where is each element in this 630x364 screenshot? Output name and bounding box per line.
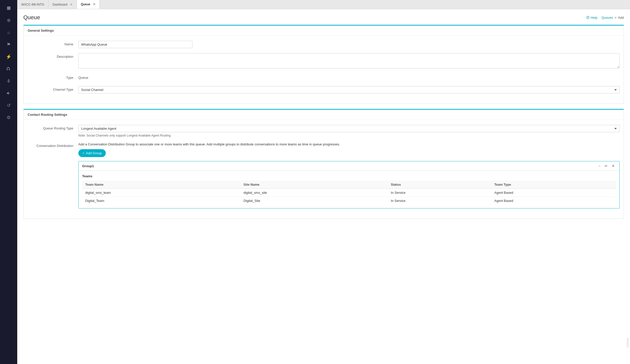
tab-queue-close[interactable]: ✕: [93, 3, 95, 6]
routing-type-row: Queue Routing Type Longest Available Age…: [28, 125, 620, 137]
main-area: WXCC-IMI-INTG Dashboard ✕ Queue ✕ Queue …: [17, 0, 630, 364]
teams-table: Team Name Site Name Status Team Type dig…: [82, 181, 616, 205]
tab-bar: WXCC-IMI-INTG Dashboard ✕ Queue ✕: [17, 0, 630, 9]
volume-icon[interactable]: [3, 88, 14, 99]
table-row: digital_sms_teamdigital_sms_siteIn Servi…: [82, 189, 616, 197]
description-input[interactable]: [78, 53, 620, 68]
tab-wxcc[interactable]: WXCC-IMI-INTG: [17, 0, 48, 9]
conversation-distribution-label: Conversation Distribution: [28, 142, 78, 148]
teams-table-header-row: Team Name Site Name Status Team Type: [82, 181, 616, 189]
group1-edit-button[interactable]: ✏: [604, 163, 609, 168]
table-row: Digital_TeamDigital_SiteIn ServiceAgent …: [82, 197, 616, 205]
team-type-cell: Agent Based: [491, 197, 616, 205]
conversation-distribution-content: Add a Conversation Distribution Group to…: [78, 142, 620, 208]
description-field-container: [78, 53, 620, 69]
col-team-name: Team Name: [82, 181, 240, 189]
group1-box: Group1 − ✏ ✕ Teams: [78, 161, 620, 208]
help-link[interactable]: Help: [586, 16, 598, 20]
general-settings-title: General Settings: [24, 26, 624, 36]
description-row: Description: [28, 53, 620, 69]
page-header: Queue Help Queues > Add: [23, 14, 624, 21]
team-type-cell: Agent Based: [491, 189, 616, 197]
settings-icon[interactable]: ⚙: [3, 112, 14, 123]
breadcrumb-separator: >: [615, 16, 617, 20]
description-label: Description: [28, 53, 78, 59]
channel-type-select[interactable]: Social Channel Telephony Chat Email: [78, 86, 620, 93]
general-settings-card: General Settings Name Description: [23, 25, 624, 104]
pin-icon[interactable]: ⚑: [3, 39, 14, 50]
type-value-container: Queue: [78, 74, 620, 81]
routing-type-field-container: Longest Available Agent Skills Based Pri…: [78, 125, 620, 137]
search-icon[interactable]: ⌕: [3, 27, 14, 38]
contact-routing-body: Queue Routing Type Longest Available Age…: [24, 120, 624, 219]
sidebar: ⊞ ⊕ ⌕ ⚑ ⚡ ↺ ⚙: [0, 0, 17, 364]
general-settings-body: Name Description Type Queue: [24, 36, 624, 104]
col-status: Status: [388, 181, 491, 189]
site-name-cell: digital_sms_site: [240, 189, 388, 197]
watermark: 465901: [625, 337, 630, 349]
history-icon[interactable]: ↺: [3, 100, 14, 111]
home-icon[interactable]: ⊞: [3, 3, 14, 14]
page-title: Queue: [23, 14, 40, 21]
contact-routing-card: Contact Routing Settings Queue Routing T…: [23, 109, 624, 219]
tab-dashboard-close[interactable]: ✕: [70, 3, 73, 6]
routing-note: Note: Social Channels only support Longe…: [78, 134, 620, 137]
teams-section: Teams Team Name Site Name Status Team Ty…: [79, 171, 619, 208]
conversation-distribution-desc: Add a Conversation Distribution Group to…: [78, 142, 620, 146]
site-name-cell: Digital_Site: [240, 197, 388, 205]
name-field-container: [78, 41, 620, 48]
channel-type-label: Channel Type: [28, 86, 78, 91]
status-cell: In Service: [388, 197, 491, 205]
routing-type-select[interactable]: Longest Available Agent Skills Based Pri…: [78, 125, 620, 132]
teams-title: Teams: [82, 174, 616, 178]
group1-collapse-button[interactable]: −: [598, 163, 602, 168]
headset-icon[interactable]: [3, 63, 14, 74]
teams-table-body: digital_sms_teamdigital_sms_siteIn Servi…: [82, 189, 616, 205]
breadcrumb: Queues > Add: [602, 16, 624, 20]
mic-icon[interactable]: [3, 75, 14, 87]
name-input[interactable]: [78, 41, 192, 48]
add-group-button[interactable]: + Add Group: [78, 149, 106, 157]
col-team-type: Team Type: [491, 181, 616, 189]
name-label: Name: [28, 41, 78, 46]
group1-actions: − ✏ ✕: [598, 163, 616, 168]
breadcrumb-queues[interactable]: Queues: [602, 16, 613, 20]
type-row: Type Queue: [28, 74, 620, 81]
content-area: Queue Help Queues > Add General Settings: [17, 9, 630, 364]
breadcrumb-current: Add: [618, 16, 624, 20]
tab-queue[interactable]: Queue ✕: [77, 0, 100, 9]
type-value: Queue: [78, 74, 620, 81]
name-row: Name: [28, 41, 620, 48]
group1-name: Group1: [82, 164, 94, 168]
globe-icon[interactable]: ⊕: [3, 15, 14, 26]
lightning-icon[interactable]: ⚡: [3, 51, 14, 62]
status-cell: In Service: [388, 189, 491, 197]
conversation-distribution-row: Conversation Distribution Add a Conversa…: [28, 142, 620, 208]
channel-type-row: Channel Type Social Channel Telephony Ch…: [28, 86, 620, 93]
add-group-icon: +: [82, 151, 84, 155]
team-name-cell: Digital_Team: [82, 197, 240, 205]
tab-dashboard[interactable]: Dashboard ✕: [48, 0, 77, 9]
group1-delete-button[interactable]: ✕: [611, 163, 616, 168]
group1-header: Group1 − ✏ ✕: [79, 161, 619, 171]
contact-routing-title: Contact Routing Settings: [24, 110, 624, 120]
type-label: Type: [28, 74, 78, 80]
team-name-cell: digital_sms_team: [82, 189, 240, 197]
channel-type-field-container: Social Channel Telephony Chat Email: [78, 86, 620, 93]
routing-type-label: Queue Routing Type: [28, 125, 78, 130]
add-group-label: Add Group: [86, 151, 102, 155]
col-site-name: Site Name: [240, 181, 388, 189]
header-right: Help Queues > Add: [586, 16, 624, 20]
